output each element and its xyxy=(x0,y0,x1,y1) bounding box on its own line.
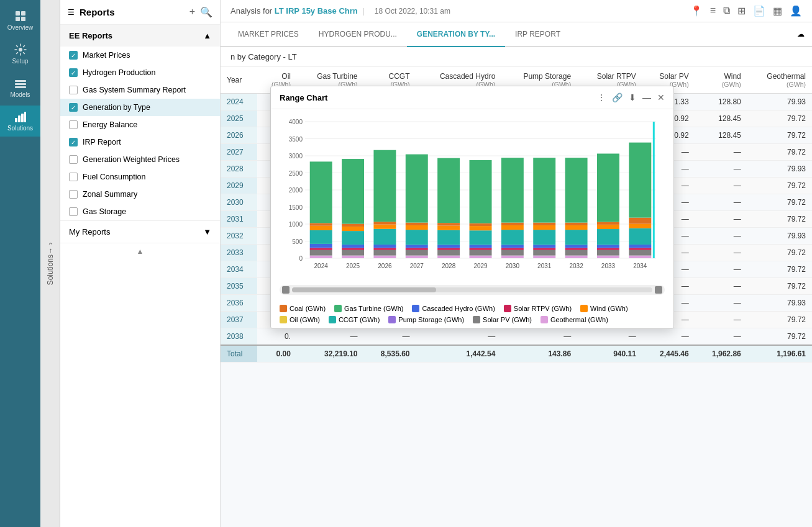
hamburger-icon[interactable]: ☰ xyxy=(68,8,75,17)
chart-header-icons: ⋮ 🔗 ⬇ — ✕ xyxy=(597,92,665,102)
svg-rect-33 xyxy=(310,248,332,248)
copy-icon[interactable]: ⧉ xyxy=(723,5,730,17)
svg-rect-136 xyxy=(629,224,651,228)
sidebar-item-models[interactable]: Models xyxy=(0,72,40,103)
svg-rect-117 xyxy=(565,223,588,225)
svg-text:3500: 3500 xyxy=(289,136,303,143)
svg-text:1500: 1500 xyxy=(289,204,303,211)
svg-rect-45 xyxy=(342,231,364,245)
svg-rect-128 xyxy=(597,153,619,222)
total-row: Total 0.00 32,219.10 8,535.60 1,442.54 1… xyxy=(221,345,812,363)
tabs-right-icons: ☁ xyxy=(797,30,805,38)
tab-market-prices[interactable]: MARKET PRICES xyxy=(228,22,309,47)
svg-rect-138 xyxy=(629,143,651,218)
tab-generation-by-ty[interactable]: GENERATION BY TY... xyxy=(407,22,505,47)
location-icon[interactable]: 📍 xyxy=(690,5,703,17)
svg-rect-92 xyxy=(501,248,524,250)
report-item-zonal-summary[interactable]: Zonal Summary xyxy=(60,186,220,203)
svg-rect-134 xyxy=(629,245,651,248)
chart-link-icon[interactable]: 🔗 xyxy=(612,92,623,102)
ee-reports-header[interactable]: EE Reports ▲ xyxy=(60,25,220,47)
total-solar-pv: 2,445.46 xyxy=(642,345,695,363)
collapse-reports-button[interactable]: ▲ xyxy=(60,243,220,259)
checkbox-market-prices[interactable] xyxy=(69,51,78,60)
report-item-hydrogen-production[interactable]: Hydrogen Production xyxy=(60,64,220,81)
reports-title: Reports xyxy=(80,7,185,17)
checkbox-irp-report[interactable] xyxy=(69,138,78,146)
svg-rect-86 xyxy=(470,226,492,230)
report-item-fuel-consumption[interactable]: Fuel Consumption xyxy=(60,168,220,186)
icon-sidebar: Overview Setup Models Solutions xyxy=(0,0,40,527)
table-container[interactable]: Year Oil(GWh) Gas Turbine(GWh) CCGT(GWh)… xyxy=(221,67,812,527)
legend-item: Oil (GWh) xyxy=(280,316,320,323)
col-geothermal: Geothermal(GWh) xyxy=(747,67,812,94)
report-item-gas-system-summary[interactable]: Gas System Summary Report xyxy=(60,81,220,99)
chart-close-icon[interactable]: ✕ xyxy=(657,92,665,102)
solutions-label[interactable]: Solutions→ › xyxy=(46,242,55,285)
report-item-energy-balance[interactable]: Energy Balance xyxy=(60,116,220,133)
cloud-upload-icon[interactable]: ☁ xyxy=(797,30,805,38)
chart-legend: Coal (GWh)Gas Turbine (GWh)Cascaded Hydr… xyxy=(271,300,673,328)
sidebar-item-setup[interactable]: Setup xyxy=(0,38,40,70)
checkbox-energy-balance[interactable] xyxy=(69,120,78,129)
sidebar-item-solutions[interactable]: Solutions xyxy=(0,106,40,137)
svg-rect-34 xyxy=(310,244,332,248)
checkbox-fuel-consumption[interactable] xyxy=(69,173,78,181)
checkbox-gas-system-summary[interactable] xyxy=(69,86,78,94)
table-row: 20380.———————79.72 xyxy=(221,328,812,346)
svg-text:2033: 2033 xyxy=(601,263,616,269)
svg-rect-76 xyxy=(437,226,460,230)
legend-item: Coal (GWh) xyxy=(280,305,326,312)
checkbox-generation-by-type[interactable] xyxy=(69,103,78,112)
svg-text:500: 500 xyxy=(292,238,303,245)
svg-text:2028: 2028 xyxy=(442,263,456,269)
svg-rect-42 xyxy=(342,248,364,250)
checkbox-generation-weighted-prices[interactable] xyxy=(69,155,78,164)
scroll-handle-left[interactable] xyxy=(282,286,290,294)
legend-item: Cascaded Hydro (GWh) xyxy=(412,305,495,312)
scrollbar-thumb[interactable] xyxy=(292,287,436,292)
sidebar-item-overview[interactable]: Overview xyxy=(0,5,40,36)
svg-rect-122 xyxy=(597,248,619,250)
svg-rect-80 xyxy=(470,256,492,258)
report-item-generation-weighted-prices[interactable]: Generation Weighted Prices xyxy=(60,151,220,168)
report-item-irp-report[interactable]: IRP Report xyxy=(60,133,220,151)
svg-rect-126 xyxy=(597,225,619,229)
total-oil: 0.00 xyxy=(257,345,297,363)
chart-options-icon[interactable]: ⋮ xyxy=(597,92,606,102)
checkbox-gas-storage[interactable] xyxy=(69,207,78,216)
total-label: Total xyxy=(221,345,257,363)
add-report-button[interactable]: + xyxy=(189,6,195,18)
list-icon[interactable]: ≡ xyxy=(710,5,716,17)
search-reports-button[interactable]: 🔍 xyxy=(200,6,212,18)
svg-text:2024: 2024 xyxy=(314,263,329,269)
svg-text:2032: 2032 xyxy=(569,263,583,269)
document-icon[interactable]: 📄 xyxy=(753,5,765,17)
my-reports-header[interactable]: My Reports ▼ xyxy=(60,220,220,243)
checkbox-zonal-summary[interactable] xyxy=(69,190,78,199)
svg-text:2000: 2000 xyxy=(289,187,303,194)
report-item-market-prices[interactable]: Market Prices xyxy=(60,47,220,64)
chart-icon[interactable]: ▦ xyxy=(773,5,782,17)
tabs-bar: MARKET PRICES HYDROGEN PRODU... GENERATI… xyxy=(221,22,812,47)
svg-rect-105 xyxy=(533,230,555,245)
scrollbar-track[interactable] xyxy=(292,287,652,292)
svg-rect-32 xyxy=(310,248,332,250)
svg-rect-100 xyxy=(533,256,555,258)
top-bar: Analysis for LT IRP 15y Base Chrn | 18 O… xyxy=(221,0,812,22)
tab-hydrogen-produ[interactable]: HYDROGEN PRODU... xyxy=(309,22,407,47)
svg-rect-108 xyxy=(533,158,555,223)
chart-scrollbar[interactable] xyxy=(280,285,665,295)
grid-icon[interactable]: ⊞ xyxy=(737,5,746,17)
chart-minimize-icon[interactable]: — xyxy=(642,92,651,102)
checkbox-hydrogen-production[interactable] xyxy=(69,68,78,77)
tab-irp-report[interactable]: IRP REPORT xyxy=(505,22,570,47)
svg-rect-106 xyxy=(533,225,555,230)
chart-download-icon[interactable]: ⬇ xyxy=(629,92,636,102)
report-item-gas-storage[interactable]: Gas Storage xyxy=(60,203,220,220)
user-icon[interactable]: 👤 xyxy=(790,5,802,17)
chart-title: Range Chart xyxy=(280,93,597,102)
scroll-handle-right[interactable] xyxy=(655,286,662,294)
report-item-generation-by-type[interactable]: Generation by Type xyxy=(60,99,220,116)
svg-rect-135 xyxy=(629,228,651,245)
